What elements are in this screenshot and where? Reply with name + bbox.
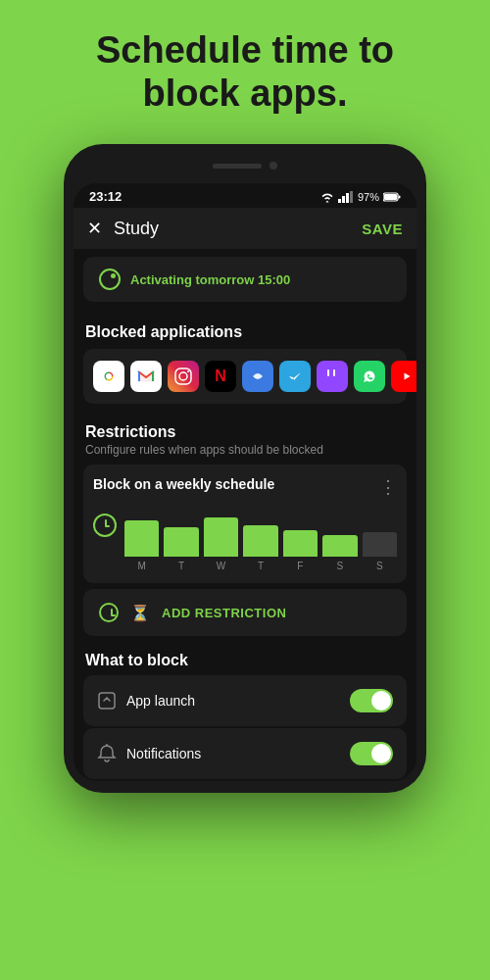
signal-icon [338, 191, 354, 203]
app-launch-toggle[interactable] [350, 689, 393, 712]
day-sat: S [322, 561, 357, 571]
app-icon-gmail[interactable] [130, 361, 162, 392]
status-icons: 97% [320, 191, 401, 203]
battery-icon [383, 192, 401, 202]
bar-mon [124, 520, 159, 558]
app-icon-netflix[interactable]: N [205, 361, 236, 392]
app-launch-label: App launch [126, 693, 340, 709]
svg-rect-12 [152, 371, 154, 381]
app-icon-telegram[interactable] [279, 361, 311, 392]
svg-rect-23 [99, 693, 115, 709]
chart-header: Block on a weekly schedule ⋮ [93, 476, 397, 498]
bar-tue [164, 527, 198, 557]
app-icon-instagram[interactable] [168, 361, 199, 392]
app-icon-twitch[interactable] [317, 361, 348, 392]
close-button[interactable]: ✕ [87, 218, 102, 239]
svg-rect-5 [384, 194, 397, 200]
svg-rect-18 [322, 367, 342, 386]
restrictions-subtitle: Configure rules when apps should be bloc… [85, 443, 405, 457]
bar-wed [204, 517, 238, 557]
battery-text: 97% [358, 191, 379, 203]
title-line1: Schedule time to [96, 29, 394, 71]
svg-rect-19 [327, 369, 329, 376]
clock-side [93, 508, 117, 537]
add-clock-icon [99, 603, 119, 622]
apps-container: N [83, 349, 407, 404]
what-to-block-title: What to block [85, 652, 405, 669]
clock-icon [93, 514, 117, 537]
wifi-icon [320, 191, 334, 203]
svg-rect-3 [350, 191, 353, 203]
restrictions-box: Block on a weekly schedule ⋮ [83, 465, 407, 583]
app-icon-whatsapp[interactable] [354, 361, 385, 392]
phone-screen: 23:12 97% [74, 183, 416, 781]
day-fri: F [283, 561, 318, 571]
svg-rect-20 [333, 369, 335, 376]
bars-row [124, 508, 397, 557]
bar-thu [243, 525, 277, 558]
save-button[interactable]: SAVE [362, 220, 403, 237]
activation-banner: Activating tomorrow 15:00 [83, 257, 407, 302]
chart-more-button[interactable]: ⋮ [379, 476, 397, 498]
blocked-apps-header: Blocked applications [74, 310, 416, 343]
day-tue: T [164, 561, 198, 571]
restrictions-title: Restrictions [85, 423, 405, 441]
svg-rect-6 [399, 195, 401, 198]
chart-title: Block on a weekly schedule [93, 476, 274, 492]
status-time: 23:12 [89, 189, 122, 204]
phone-notch-area [74, 156, 416, 183]
day-thu: T [243, 561, 277, 571]
title-line2: block apps. [142, 73, 347, 114]
screen-title: Study [114, 219, 350, 239]
svg-rect-11 [138, 371, 140, 381]
blocked-apps-title: Blocked applications [85, 323, 405, 341]
what-to-block-header: What to block [74, 642, 416, 673]
day-sun: S [363, 561, 397, 571]
activation-text: Activating tomorrow 15:00 [130, 272, 290, 287]
add-restriction-button[interactable]: ⏳ ADD RESTRICTION [83, 589, 407, 636]
phone: 23:12 97% [64, 144, 426, 793]
bar-sun [363, 532, 397, 557]
speaker-bar [213, 164, 262, 169]
app-icon-youtube[interactable] [391, 361, 416, 392]
bar-sat [322, 535, 357, 558]
days-row: M T W T F S S [124, 561, 397, 571]
svg-rect-1 [342, 196, 345, 203]
notifications-icon [97, 744, 117, 763]
app-bar: ✕ Study SAVE [74, 208, 416, 249]
activation-icon [99, 269, 121, 290]
chart-wrapper: M T W T F S S [124, 508, 397, 571]
restrictions-header: Restrictions Configure rules when apps s… [74, 410, 416, 459]
svg-point-14 [179, 372, 187, 380]
app-icon-chrome[interactable] [93, 361, 124, 392]
svg-point-15 [187, 370, 189, 372]
day-wed: W [204, 561, 238, 571]
svg-point-9 [106, 373, 112, 379]
phone-notch [196, 156, 294, 175]
svg-point-17 [284, 366, 306, 387]
svg-rect-2 [346, 193, 349, 203]
app-launch-icon [97, 691, 117, 710]
bar-fri [283, 530, 318, 558]
svg-rect-0 [338, 199, 341, 203]
page-title: Schedule time to block apps. [0, 0, 490, 134]
notifications-toggle[interactable] [350, 742, 393, 765]
app-launch-toggle-row: App launch [83, 675, 407, 726]
notifications-toggle-row: Notifications [83, 728, 407, 779]
add-restriction-label[interactable]: ADD RESTRICTION [162, 606, 286, 620]
chart-area: M T W T F S S [93, 508, 397, 571]
phone-frame: 23:12 97% [0, 134, 490, 793]
day-mon: M [124, 561, 159, 571]
notifications-label: Notifications [126, 746, 340, 761]
camera-dot [270, 162, 277, 170]
hourglass-icon: ⏳ [130, 604, 150, 622]
status-bar: 23:12 97% [74, 183, 416, 208]
app-icon-relay[interactable] [242, 361, 273, 392]
